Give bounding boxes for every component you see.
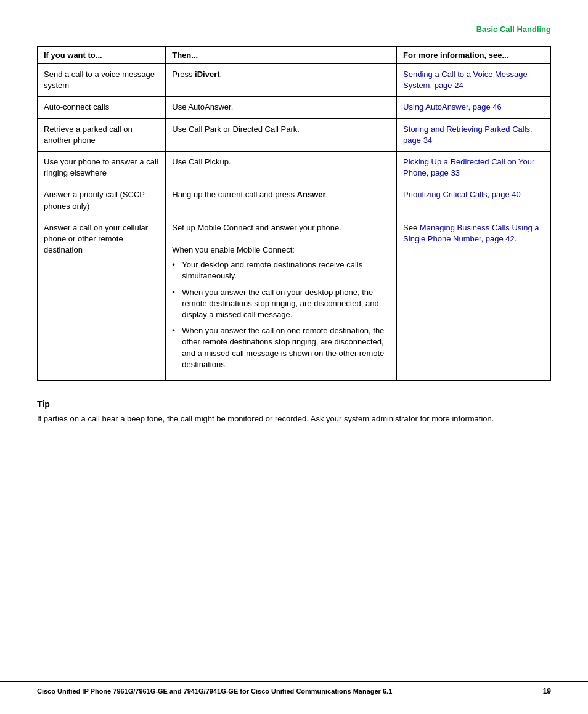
table-row: Use your phone to answer a call ringing …	[38, 151, 551, 184]
row6-col1: Answer a call on your cellular phone or …	[38, 217, 166, 380]
row6-col3: See Managing Business Calls Using a Sing…	[397, 217, 551, 380]
row5-col3: Prioritizing Critical Calls, page 40	[397, 184, 551, 217]
row4-col2: Use Call Pickup.	[166, 151, 397, 184]
row5-col2: Hang up the current call and press Answe…	[166, 184, 397, 217]
table-row: Auto-connect calls Use AutoAnswer. Using…	[38, 97, 551, 118]
table-row: Answer a priority call (SCCP phones only…	[38, 184, 551, 217]
tip-title: Tip	[37, 399, 551, 409]
row2-col2: Use AutoAnswer.	[166, 97, 397, 118]
row5-col1: Answer a priority call (SCCP phones only…	[38, 184, 166, 217]
row3-col2: Use Call Park or Directed Call Park.	[166, 118, 397, 151]
row4-col3: Picking Up a Redirected Call on Your Pho…	[397, 151, 551, 184]
main-table: If you want to... Then... For more infor…	[37, 46, 551, 381]
row1-col3: Sending a Call to a Voice Message System…	[397, 64, 551, 97]
col-header-3: For more information, see...	[397, 47, 551, 64]
link-autoanswer[interactable]: Using AutoAnswer, page 46	[403, 102, 502, 112]
link-voice-message[interactable]: Sending a Call to a Voice Message System…	[403, 70, 528, 90]
row1-col2: Press iDivert.	[166, 64, 397, 97]
row6-bullet-1: Your desktop and remote destinations rec…	[172, 259, 390, 282]
page-header: Basic Call Handling	[37, 25, 551, 34]
tip-text: If parties on a call hear a beep tone, t…	[37, 413, 551, 425]
table-row: Answer a call on your cellular phone or …	[38, 217, 551, 380]
chapter-title: Basic Call Handling	[476, 25, 551, 34]
row2-col3: Using AutoAnswer, page 46	[397, 97, 551, 118]
row1-col1: Send a call to a voice message system	[38, 64, 166, 97]
row6-col3-prefix: See	[403, 223, 420, 232]
row4-col1: Use your phone to answer a call ringing …	[38, 151, 166, 184]
row6-sub: When you enable Mobile Connect:	[172, 245, 295, 254]
row6-bullet-3: When you answer the call on one remote d…	[172, 325, 390, 370]
page-footer: Cisco Unified IP Phone 7961G/7961G-GE an…	[0, 681, 588, 696]
link-prioritizing[interactable]: Prioritizing Critical Calls, page 40	[403, 190, 521, 199]
row6-intro: Set up Mobile Connect and answer your ph…	[172, 223, 341, 232]
link-managing-business[interactable]: Managing Business Calls Using a Single P…	[403, 223, 539, 243]
page-container: Basic Call Handling If you want to... Th…	[0, 0, 588, 714]
footer-page-number: 19	[543, 687, 551, 696]
footer-left-text: Cisco Unified IP Phone 7961G/7961G-GE an…	[37, 688, 392, 695]
row3-col1: Retrieve a parked call on another phone	[38, 118, 166, 151]
row6-bullet-list: Your desktop and remote destinations rec…	[172, 259, 390, 370]
row6-col2: Set up Mobile Connect and answer your ph…	[166, 217, 397, 380]
col-header-2: Then...	[166, 47, 397, 64]
table-row: Retrieve a parked call on another phone …	[38, 118, 551, 151]
table-row: Send a call to a voice message system Pr…	[38, 64, 551, 97]
link-storing-retrieving[interactable]: Storing and Retrieving Parked Calls, pag…	[403, 124, 533, 145]
tip-section: Tip If parties on a call hear a beep ton…	[37, 399, 551, 425]
row3-col3: Storing and Retrieving Parked Calls, pag…	[397, 118, 551, 151]
row6-bullet-2: When you answer the call on your desktop…	[172, 287, 390, 321]
col-header-1: If you want to...	[38, 47, 166, 64]
link-pickup-redirected[interactable]: Picking Up a Redirected Call on Your Pho…	[403, 157, 534, 177]
row2-col1: Auto-connect calls	[38, 97, 166, 118]
